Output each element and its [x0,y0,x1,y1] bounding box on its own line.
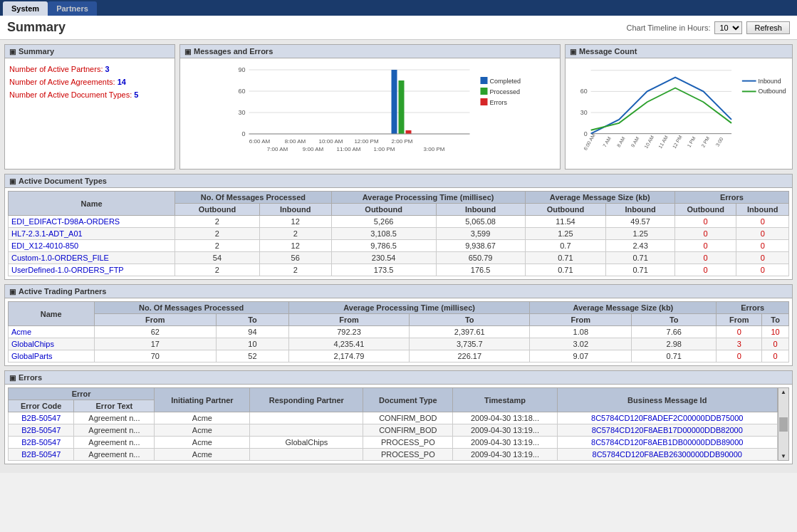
page-title: Summary [7,20,66,35]
err-col-init-partner: Initiating Partner [155,388,250,412]
dt-col-no-msg: No. Of Messages Processed [175,192,332,204]
messages-panel-title: Messages and Errors [194,47,273,56]
svg-text:0: 0 [584,130,588,137]
svg-rect-24 [481,88,488,95]
err-row-code[interactable]: B2B-50547 [9,412,74,424]
svg-text:Outbound: Outbound [759,88,786,95]
err-row-init-partner: Acme [155,437,250,449]
dt-row-in-err[interactable]: 0 [736,264,789,276]
dt-row-name[interactable]: EDI_EDIFACT-D98A-ORDERS [9,216,175,228]
tp-col-name: Name [9,302,95,326]
timeline-select[interactable]: 10 24 48 [714,21,742,34]
err-row-code[interactable]: B2B-50547 [9,437,74,449]
scrollbar-up-arrow[interactable]: ▲ [781,389,786,395]
err-row-text: Agreement n... [74,449,155,461]
errors-panel-header: ▣ Errors [5,371,792,385]
messages-collapse-icon[interactable]: ▣ [184,48,191,56]
err-row-code[interactable]: B2B-50547 [9,449,74,461]
summary-panel: ▣ Summary Number of Active Partners: 3 N… [4,44,175,169]
dt-row-in-msg: 56 [259,252,331,264]
tp-row-to-err[interactable]: 0 [762,350,789,363]
dt-row-in-err[interactable]: 0 [736,216,789,228]
dt-row-out-msg: 2 [175,240,260,252]
tp-row-name[interactable]: Acme [9,326,95,338]
svg-text:3:00: 3:00 [715,137,724,147]
tp-row-from-err[interactable]: 3 [717,338,762,350]
dt-row-in-proc: 176.5 [436,264,525,276]
dt-row-name[interactable]: EDI_X12-4010-850 [9,240,175,252]
tp-row-to-msg: 10 [217,338,289,350]
dt-col-avg-proc: Average Processing Time (millisec) [331,192,525,204]
svg-text:90: 90 [238,66,245,73]
tp-collapse-icon[interactable]: ▣ [9,288,16,296]
errors-table: Error Initiating Partner Responding Part… [8,387,778,461]
summary-panel-title: Summary [19,47,54,56]
err-row-msg-id[interactable]: 8C5784CD120F8ADEF2C00000DDB75000 [557,412,777,424]
tp-sub-from1: From [94,314,217,326]
tp-row-name[interactable]: GlobalChips [9,338,95,350]
tp-row-to-err[interactable]: 10 [762,326,789,338]
scrollbar-thumb[interactable] [779,417,788,432]
errors-collapse-icon[interactable]: ▣ [9,374,16,382]
err-col-msg-id: Business Message Id [557,388,777,412]
main-content: ▣ Summary Number of Active Partners: 3 N… [0,40,797,473]
refresh-button[interactable]: Refresh [746,21,790,34]
err-row-msg-id[interactable]: 8C5784CD120F8AEB1DB00000DDB89000 [557,437,777,449]
dt-sub-out3: Outbound [525,204,606,216]
tp-sub-from4: From [717,314,762,326]
svg-text:30: 30 [580,109,588,116]
tp-col-errors: Errors [717,302,789,314]
summary-collapse-icon[interactable]: ▣ [9,48,16,56]
dt-sub-in3: Inbound [606,204,675,216]
msgcount-collapse-icon[interactable]: ▣ [570,48,576,56]
tp-row-from-size: 1.08 [530,326,632,338]
dt-row-in-msg: 12 [259,216,331,228]
dt-row-name[interactable]: Custom-1.0-ORDERS_FILE [9,252,175,264]
tp-row-name[interactable]: GlobalParts [9,350,95,363]
dt-row-in-err[interactable]: 0 [736,252,789,264]
doc-types-collapse-icon[interactable]: ▣ [9,177,16,185]
dt-row-in-size: 1.25 [606,228,675,240]
scrollbar-down-arrow[interactable]: ▼ [781,453,786,459]
tp-sub-to1: To [217,314,289,326]
tab-system[interactable]: System [3,1,48,16]
dt-row-name[interactable]: UserDefined-1.0-ORDERS_FTP [9,264,175,276]
dt-row-in-err[interactable]: 0 [736,240,789,252]
dt-row-out-err[interactable]: 0 [674,252,736,264]
tab-partners[interactable]: Partners [48,1,97,16]
err-row-timestamp: 2009-04-30 13:19... [453,437,557,449]
dt-row-out-size: 0.71 [525,252,606,264]
dt-row-out-err[interactable]: 0 [674,216,736,228]
dt-row-in-err[interactable]: 0 [736,228,789,240]
dt-row-out-err[interactable]: 0 [674,240,736,252]
doc-types-table: Name No. Of Messages Processed Average P… [8,191,789,276]
tp-row-to-err[interactable]: 0 [762,338,789,350]
dt-row-name[interactable]: HL7-2.3.1-ADT_A01 [9,228,175,240]
dt-row-in-msg: 2 [259,228,331,240]
err-row-code[interactable]: B2B-50547 [9,424,74,437]
err-row-msg-id[interactable]: 8C5784CD120F8AEB17D00000DDB82000 [557,424,777,437]
tp-col-no-msg: No. Of Messages Processed [94,302,288,314]
err-row-msg-id[interactable]: 8C5784CD120F8AEB26300000DDB90000 [557,449,777,461]
svg-text:10 AM: 10 AM [643,135,655,150]
dt-row-out-err[interactable]: 0 [674,264,736,276]
svg-text:Errors: Errors [490,99,508,106]
doc-type-row: UserDefined-1.0-ORDERS_FTP 2 2 173.5 176… [9,264,789,276]
dt-row-out-err[interactable]: 0 [674,228,736,240]
err-row-doc-type: PROCESS_PO [363,449,453,461]
trading-partners-panel-content: Name No. Of Messages Processed Average P… [5,298,792,365]
svg-text:0: 0 [241,130,245,137]
dt-row-out-msg: 2 [175,264,260,276]
tp-row-from-size: 3.02 [530,338,632,350]
svg-text:Processed: Processed [490,88,521,95]
svg-text:11 AM: 11 AM [657,135,669,150]
svg-text:12 PM: 12 PM [672,135,683,150]
err-row-resp-partner: GlobalChips [250,437,363,449]
msgcount-panel-header: ▣ Message Count [566,45,792,58]
tp-row-from-proc: 4,235.41 [288,338,409,350]
dt-sub-in2: Inbound [436,204,525,216]
tp-col-avg-proc: Average Processing Time (millisec) [288,302,530,314]
tp-row-from-err[interactable]: 0 [717,326,762,338]
tp-row-from-err[interactable]: 0 [717,350,762,363]
svg-text:1 PM: 1 PM [687,135,697,148]
